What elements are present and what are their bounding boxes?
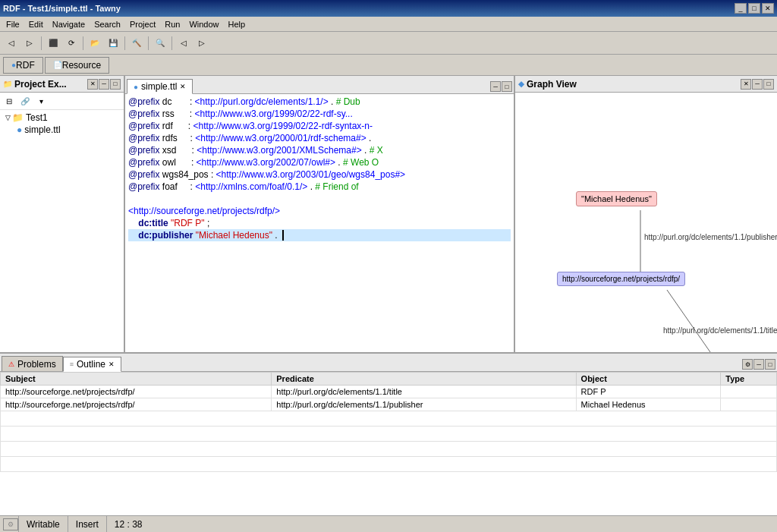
svg-line-1 [667, 290, 728, 352]
graph-view-title: ◆ Graph View [518, 79, 577, 90]
menu-help[interactable]: Help [224, 18, 250, 30]
bottom-tab-controls: ⚙ ─ □ [742, 359, 775, 371]
graph-svg [515, 93, 777, 352]
tree-view: ▽ 📁 Test1 ● simple.ttl [0, 110, 124, 352]
table-row[interactable]: http://sourceforge.net/projects/rdfp/ ht… [1, 398, 777, 411]
panel-min-btn[interactable]: ─ [99, 79, 109, 90]
cell-subject-2: http://sourceforge.net/projects/rdfp/ [1, 398, 272, 411]
project-explorer-panel: 📁 Project Ex... ✕ ─ □ ⊟ 🔗 ▾ ▽ 📁 Test1 [0, 76, 125, 352]
build-button[interactable]: 🔨 [128, 35, 145, 52]
bottom-min-btn[interactable]: ─ [753, 359, 764, 370]
panel-max-btn[interactable]: □ [110, 79, 121, 90]
cell-object-2: Michael Hedenus [576, 398, 721, 411]
bottom-max-btn[interactable]: □ [765, 359, 775, 370]
panel-close-btn[interactable]: ✕ [87, 79, 98, 90]
tree-item-simplettl[interactable]: ● simple.ttl [2, 124, 122, 136]
col-subject: Subject [1, 373, 272, 386]
graph-node-michael[interactable]: "Michael Hedenus" [576, 191, 657, 206]
title-bar-controls: _ □ ✕ [735, 3, 774, 14]
graph-view-panel: ◆ Graph View ✕ ─ □ [515, 76, 777, 352]
bottom-tab-bar: ⚠ Problems ≡ Outline ✕ ⚙ ─ □ [0, 354, 777, 372]
close-button[interactable]: ✕ [762, 3, 774, 14]
menu-edit[interactable]: Edit [24, 18, 48, 30]
resource-tab[interactable]: 📄 Resource [45, 57, 109, 74]
col-object: Object [576, 373, 721, 386]
refresh-button[interactable]: ⟳ [63, 35, 80, 52]
cell-subject-1: http://sourceforge.net/projects/rdfp/ [1, 386, 272, 398]
back-button[interactable]: ◁ [3, 35, 20, 52]
title-bar-text: RDF - Test1/simple.ttl - Tawny [3, 4, 121, 13]
problems-tab[interactable]: ⚠ Problems [2, 356, 63, 371]
cell-predicate-1: http://purl.org/dc/elements/1.1/title [272, 386, 576, 398]
bottom-settings-btn[interactable]: ⚙ [742, 359, 753, 370]
menu-file[interactable]: File [2, 18, 24, 30]
toolbar: ◁ ▷ ⬛ ⟳ 📂 💾 🔨 🔍 ◁ ▷ [0, 32, 777, 55]
redo-button[interactable]: ▷ [193, 35, 210, 52]
table-row-empty [1, 411, 777, 427]
code-line-5: @prefix xsd : <http://www.w3.org/2001/XM… [128, 144, 511, 156]
outline-table-container: Subject Predicate Object Type http://sou… [0, 372, 777, 515]
cell-type-2 [721, 398, 777, 411]
code-line-blank [128, 193, 511, 205]
main-wrapper: 📁 Project Ex... ✕ ─ □ ⊟ 🔗 ▾ ▽ 📁 Test1 [0, 76, 777, 532]
col-type: Type [721, 373, 777, 386]
toolbar2: ● RDF 📄 Resource [0, 55, 777, 76]
status-icon: ⚙ [3, 518, 18, 530]
code-line-6: @prefix owl : <http://www.w3.org/2002/07… [128, 156, 511, 168]
separator-5 [171, 36, 172, 50]
editor-max-btn[interactable]: □ [502, 81, 512, 92]
table-row-empty [1, 442, 777, 457]
maximize-button[interactable]: □ [748, 3, 760, 14]
rdf-file-icon: ● [17, 124, 22, 135]
editor-tab-simplettl[interactable]: ● simple.ttl ✕ [127, 79, 193, 94]
table-row[interactable]: http://sourceforge.net/projects/rdfp/ ht… [1, 386, 777, 398]
table-row-empty [1, 427, 777, 442]
graph-view-header: ◆ Graph View ✕ ─ □ [515, 76, 777, 93]
editor-tab-close[interactable]: ✕ [180, 83, 186, 90]
open-button[interactable]: 📂 [87, 35, 103, 52]
editor-area[interactable]: @prefix dc : <http://purl.org/dc/element… [125, 94, 514, 352]
bottom-panel: ⚠ Problems ≡ Outline ✕ ⚙ ─ □ Subject [0, 352, 777, 515]
stop-button[interactable]: ⬛ [45, 35, 61, 52]
graph-min-btn[interactable]: ─ [752, 79, 763, 90]
outline-tab-close[interactable]: ✕ [109, 360, 115, 368]
collapse-all-btn[interactable]: ⊟ [2, 94, 17, 108]
code-line-2: @prefix rss : <http://www.w3.org/1999/02… [128, 108, 511, 120]
code-line-title: dc:title "RDF P" ; [128, 217, 511, 229]
save-button[interactable]: 💾 [105, 35, 121, 52]
explorer-menu-btn[interactable]: ▾ [33, 94, 49, 108]
graph-panel-controls: ✕ ─ □ [741, 79, 774, 90]
forward-button[interactable]: ▷ [21, 35, 38, 52]
graph-canvas: "Michael Hedenus" http://purl.org/dc/ele… [515, 93, 777, 352]
outline-tab[interactable]: ≡ Outline ✕ [63, 357, 121, 372]
graph-edge-label-publisher: http://purl.org/dc/elements/1.1/publishe… [644, 233, 777, 241]
graph-node-sourceforge[interactable]: http://sourceforge.net/projects/rdfp/ [557, 272, 685, 286]
tree-item-test1[interactable]: ▽ 📁 Test1 [2, 112, 122, 124]
cell-object-1: RDF P [576, 386, 721, 398]
col-predicate: Predicate [272, 373, 576, 386]
editor-tab-bar: ● simple.ttl ✕ ─ □ [125, 76, 514, 94]
minimize-button[interactable]: _ [735, 3, 747, 14]
code-line-4: @prefix rdfs : <http://www.w3.org/2000/0… [128, 132, 511, 144]
folder-icon: 📁 [12, 112, 24, 123]
undo-button[interactable]: ◁ [175, 35, 192, 52]
rdf-tab[interactable]: ● RDF [3, 57, 43, 74]
menu-window[interactable]: Window [184, 18, 223, 30]
link-editor-btn[interactable]: 🔗 [17, 94, 33, 108]
editor-min-btn[interactable]: ─ [490, 81, 501, 92]
menu-project[interactable]: Project [125, 18, 160, 30]
search-button[interactable]: 🔍 [152, 35, 168, 52]
graph-max-btn[interactable]: □ [763, 79, 774, 90]
code-line-subject: <http://sourceforge.net/projects/rdfp/> [128, 205, 511, 217]
project-explorer-header: 📁 Project Ex... ✕ ─ □ [0, 76, 124, 93]
code-line-8: @prefix foaf : <http://xmlns.com/foaf/0.… [128, 181, 511, 193]
menu-bar: File Edit Navigate Search Project Run Wi… [0, 17, 777, 32]
project-explorer-title: 📁 Project Ex... [3, 79, 67, 90]
menu-run[interactable]: Run [160, 18, 184, 30]
status-writable: Writable [18, 516, 68, 532]
graph-close-btn[interactable]: ✕ [741, 79, 751, 90]
tree-toggle[interactable]: ▽ [3, 113, 12, 122]
menu-navigate[interactable]: Navigate [48, 18, 90, 30]
menu-search[interactable]: Search [90, 18, 125, 30]
editor-panel: ● simple.ttl ✕ ─ □ @prefix dc : <http://… [125, 76, 515, 352]
